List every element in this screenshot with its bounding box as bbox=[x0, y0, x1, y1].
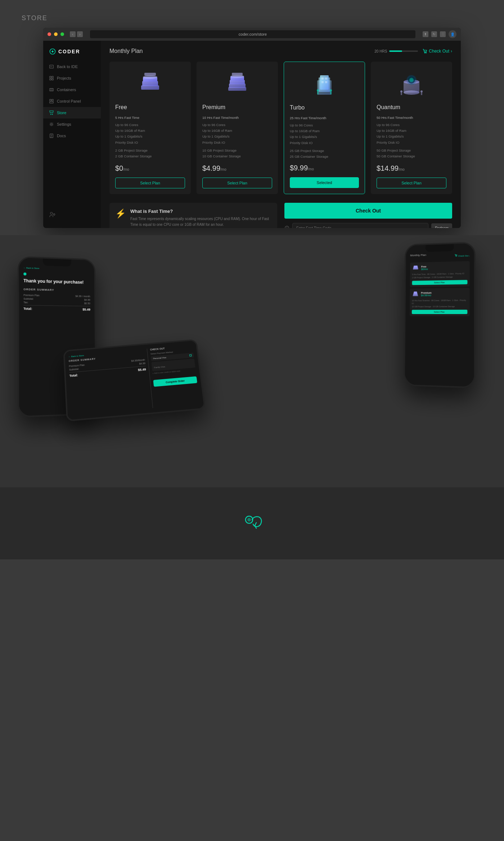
phone-subtotal-val-1: $4.99 bbox=[84, 299, 90, 301]
sidebar-item-label-projects: Projects bbox=[57, 76, 71, 80]
phone-screen-2-right: CHECK OUT Select Payment Method Personal… bbox=[147, 345, 200, 408]
browser-maximize-btn[interactable] bbox=[60, 32, 64, 36]
sidebar-item-control-panel[interactable]: Control Panel bbox=[43, 95, 101, 107]
plan-features-premium: 10 Hrs Fast Time/month Up to 96 Cores Up… bbox=[202, 115, 272, 160]
sidebar-item-label-back: Back to IDE bbox=[57, 64, 78, 69]
phone-premium-price: $4.99/mo bbox=[421, 294, 431, 296]
phone-free-price: $0/mo bbox=[421, 268, 428, 270]
browser-forward-btn[interactable]: › bbox=[77, 31, 83, 37]
phone-order-summary-1: ORDER SUMMARY bbox=[23, 288, 90, 292]
phone-select-premium-btn[interactable]: Select Plan bbox=[412, 310, 468, 314]
control-panel-icon bbox=[49, 99, 54, 104]
plan-image-free bbox=[115, 67, 185, 100]
plan-card-free: Free 5 Hrs Fast Time Up to 96 Cores Up t… bbox=[109, 62, 191, 194]
phone-plan-premium-mini: Premium $4.99/mo 10 Hrs Fast Time/mo · 9… bbox=[410, 288, 470, 316]
radio-icon bbox=[189, 354, 192, 357]
browser-back-btn[interactable]: ‹ bbox=[70, 31, 76, 37]
fast-time-text: What is Fast Time? Fast Time represents … bbox=[130, 209, 271, 228]
footer-section bbox=[0, 487, 504, 559]
svg-point-16 bbox=[424, 53, 425, 53]
svg-rect-7 bbox=[50, 99, 51, 101]
redeem-btn[interactable]: Redeem bbox=[431, 223, 452, 228]
browser-minimize-btn[interactable] bbox=[54, 32, 58, 36]
fast-time-quantum: 50 Hrs Fast Time/month bbox=[377, 115, 446, 121]
phone-screen-3-content: Monthly Plan Check Out › bbox=[405, 243, 474, 322]
svg-rect-59 bbox=[414, 291, 417, 293]
header-checkout-link[interactable]: Check Out › bbox=[422, 49, 452, 54]
plan-price-quantum: $14.99/mo bbox=[377, 164, 446, 173]
footer-logo-icon bbox=[241, 513, 263, 534]
main-content-area: Monthly Plan 20 HRS Check Out › bbox=[101, 41, 461, 228]
svg-rect-28 bbox=[232, 73, 243, 76]
feature-free-1: Up to 16GB of Ram bbox=[115, 128, 185, 134]
plan-image-premium bbox=[202, 67, 272, 100]
browser-url-bar[interactable]: coder.com/store bbox=[90, 30, 415, 38]
feature-free-0: Up to 96 Cores bbox=[115, 122, 185, 128]
storage-bar-fill bbox=[389, 50, 402, 52]
plan-image-turbo bbox=[290, 68, 359, 100]
svg-rect-2 bbox=[50, 76, 51, 78]
browser-close-btn[interactable] bbox=[48, 32, 51, 36]
svg-point-52 bbox=[456, 256, 457, 256]
svg-rect-35 bbox=[325, 81, 327, 83]
fast-time-code-input[interactable] bbox=[292, 223, 428, 228]
phone-premium-name-price: Premium $4.99/mo bbox=[421, 291, 431, 296]
sidebar-item-store[interactable]: Store bbox=[43, 107, 101, 118]
svg-point-48 bbox=[420, 90, 423, 93]
phone-select-free-btn[interactable]: Select Plan bbox=[412, 280, 467, 285]
fast-time-info-panel: ⚡ What is Fast Time? Fast Time represent… bbox=[109, 203, 277, 228]
feature-quantum-1: Up to 16GB of Ram bbox=[377, 128, 446, 134]
checkout-main-btn[interactable]: Check Out bbox=[284, 203, 452, 219]
feature-turbo-3: Priority Disk IO bbox=[290, 140, 359, 146]
svg-point-11 bbox=[52, 114, 53, 115]
projects-icon bbox=[49, 76, 54, 81]
phone-back-link-1: ← Back to Store bbox=[23, 267, 90, 272]
fast-time-title: What is Fast Time? bbox=[130, 209, 271, 214]
sidebar-item-docs[interactable]: Docs bbox=[43, 130, 101, 142]
sidebar-item-projects[interactable]: Projects bbox=[43, 72, 101, 84]
phone-free-name-price: Free $0/mo bbox=[421, 265, 428, 270]
storage-bar bbox=[389, 50, 418, 52]
sidebar-item-label-docs: Docs bbox=[57, 134, 66, 138]
store-label: STORE bbox=[22, 14, 482, 22]
phone-tax-row-1: Tax: $0.50 bbox=[23, 301, 90, 305]
phone-subtotal-row-1: Subtotal: $4.99 bbox=[23, 298, 90, 301]
thank-you-text: Thank you for your purchase! bbox=[23, 278, 90, 285]
sidebar-item-back-to-ide[interactable]: Back to IDE bbox=[43, 61, 101, 72]
phone-section: ← Back to Store Thank you for your purch… bbox=[0, 235, 504, 487]
plan-image-quantum bbox=[377, 67, 446, 100]
select-plan-quantum-btn[interactable]: Select Plan bbox=[377, 178, 446, 188]
fast-time-desc: Fast Time represents dynamically scaling… bbox=[130, 216, 271, 228]
sidebar-item-settings[interactable]: Settings bbox=[43, 118, 101, 130]
svg-point-38 bbox=[330, 89, 332, 91]
content-header: Monthly Plan 20 HRS Check Out › bbox=[109, 48, 452, 54]
svg-rect-5 bbox=[52, 79, 53, 80]
quantum-plan-illustration bbox=[397, 69, 426, 98]
select-plan-premium-btn[interactable]: Select Plan bbox=[202, 178, 272, 188]
phone-family-visa-label: Family Visa bbox=[154, 366, 165, 368]
plan-name-quantum: Quantum bbox=[377, 104, 446, 111]
browser-window: ‹ › coder.com/store ⬆ ↻ ⋮ 👤 bbox=[43, 28, 461, 228]
phone-premium-name: Premium bbox=[421, 291, 431, 294]
browser-menu-btn[interactable]: ⋮ bbox=[440, 31, 446, 37]
phone-total-row-1: Total: $5.49 bbox=[23, 305, 90, 311]
sidebar-item-containers[interactable]: Containers bbox=[43, 84, 101, 95]
feature-turbo-1: Up to 16GB of Ram bbox=[290, 128, 359, 134]
browser-refresh-btn[interactable]: ↻ bbox=[431, 31, 437, 37]
phone-subtotal-label-1: Subtotal: bbox=[23, 298, 33, 300]
svg-rect-37 bbox=[317, 91, 319, 94]
phone-premium-features: 10 Hrs Fast Time/mo · 96 Cores · 16GB Ra… bbox=[412, 299, 467, 308]
lightning-icon: ⚡ bbox=[115, 209, 126, 219]
docs-icon bbox=[49, 133, 54, 138]
select-plan-free-btn[interactable]: Select Plan bbox=[115, 178, 185, 188]
sidebar-item-label-settings: Settings bbox=[57, 122, 71, 126]
browser-share-btn[interactable]: ⬆ bbox=[423, 31, 428, 37]
svg-rect-32 bbox=[321, 77, 324, 80]
browser-url-text: coder.com/store bbox=[239, 32, 267, 36]
phone-header-3: Monthly Plan Check Out › bbox=[410, 252, 469, 260]
feature-quantum-2: Up to 1 Gigabits/s bbox=[377, 134, 446, 139]
select-plan-turbo-btn[interactable]: Selected bbox=[290, 177, 359, 188]
svg-rect-19 bbox=[142, 81, 158, 86]
phone-complete-order-btn[interactable]: Complete Order bbox=[153, 376, 197, 387]
sidebar: CODER Back to IDE Projects Containers bbox=[43, 41, 101, 228]
